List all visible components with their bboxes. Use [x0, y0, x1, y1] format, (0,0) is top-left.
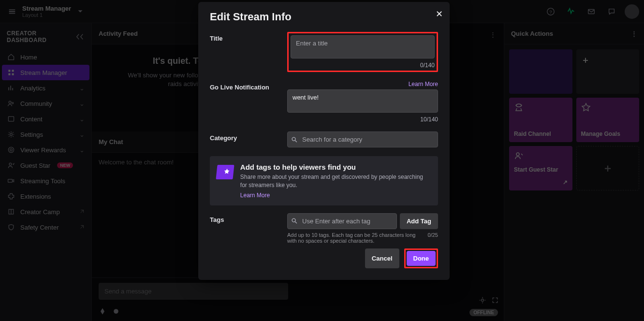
category-input[interactable] — [287, 131, 438, 147]
title-counter: 0/140 — [291, 62, 435, 69]
done-button[interactable]: Done — [407, 251, 436, 266]
promo-learn-more-link[interactable]: Learn More — [240, 192, 270, 199]
search-icon — [291, 136, 298, 143]
modal-title: Edit Stream Info — [210, 11, 438, 23]
svg-point-19 — [292, 219, 295, 222]
svg-point-18 — [292, 137, 295, 141]
title-label: Title — [210, 32, 278, 72]
golive-input[interactable] — [287, 89, 438, 113]
tags-counter: 0/25 — [428, 232, 438, 244]
golive-label: Go Live Notification — [210, 81, 278, 123]
title-highlight: 0/140 — [287, 32, 438, 72]
title-input[interactable] — [291, 35, 435, 58]
golive-learn-more-link[interactable]: Learn More — [409, 81, 438, 88]
promo-heading: Add tags to help viewers find you — [240, 163, 431, 171]
edit-stream-info-modal: ✕ Edit Stream Info Title 0/140 Go Live N… — [198, 2, 450, 280]
category-label: Category — [210, 131, 278, 147]
close-icon[interactable]: ✕ — [436, 9, 443, 19]
golive-counter: 10/140 — [287, 116, 438, 123]
search-icon — [291, 218, 298, 224]
tags-input[interactable] — [287, 213, 397, 229]
tags-label: Tags — [210, 213, 278, 244]
cancel-button[interactable]: Cancel — [365, 248, 399, 268]
tags-promo-icon — [216, 165, 234, 179]
tags-promo: Add tags to help viewers find you Share … — [210, 156, 438, 205]
add-tag-button[interactable]: Add Tag — [400, 213, 438, 229]
done-highlight: Done — [404, 248, 439, 268]
tags-help-text: Add up to 10 tags. Each tag can be 25 ch… — [287, 232, 423, 244]
promo-body: Share more about your stream and get dis… — [240, 173, 431, 190]
